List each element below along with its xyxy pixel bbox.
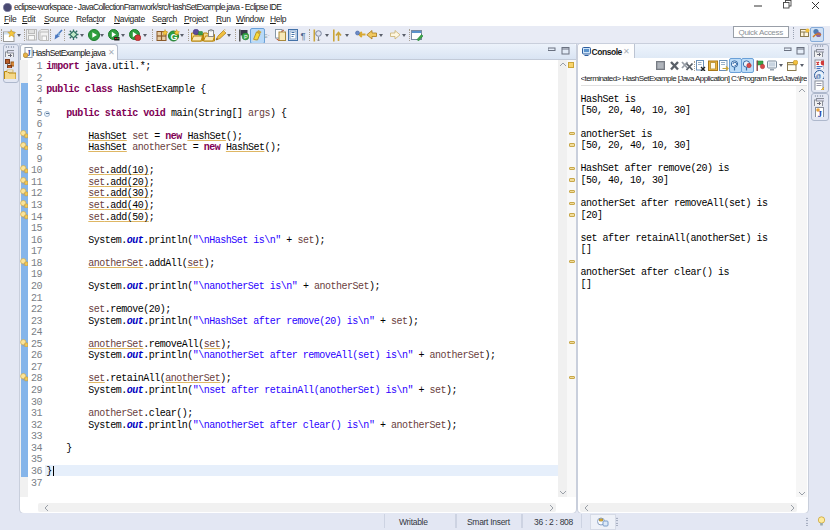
svg-text:P: P — [244, 34, 248, 40]
svg-text:ɕ·: ɕ· — [264, 32, 270, 39]
svg-text:@: @ — [816, 72, 821, 80]
svg-text:J: J — [818, 109, 823, 118]
